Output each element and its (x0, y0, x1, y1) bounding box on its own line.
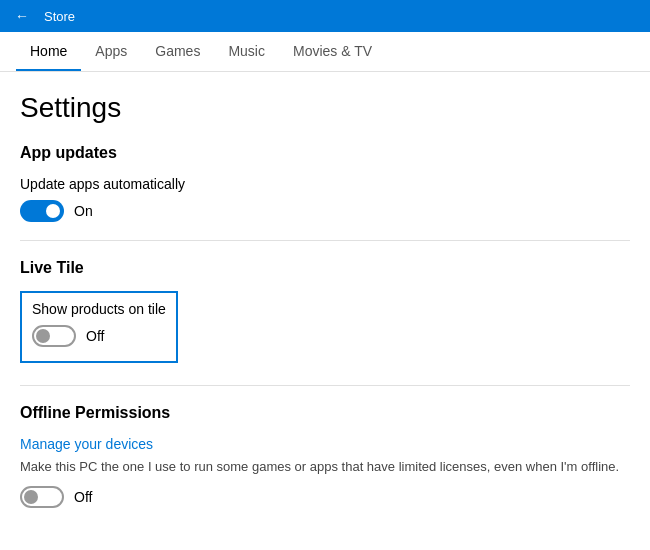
show-products-label: Show products on tile (32, 301, 166, 317)
content-area: Settings App updates Update apps automat… (0, 72, 650, 532)
tab-apps[interactable]: Apps (81, 33, 141, 71)
app-updates-section: App updates Update apps automatically On (20, 144, 630, 222)
update-auto-toggle-row: On (20, 200, 630, 222)
page-title: Settings (20, 92, 630, 124)
nav-tabs: Home Apps Games Music Movies & TV (0, 32, 650, 72)
offline-toggle-thumb (24, 490, 38, 504)
live-tile-section: Live Tile Show products on tile Off (20, 259, 630, 367)
tab-movies-tv[interactable]: Movies & TV (279, 33, 386, 71)
tab-music[interactable]: Music (214, 33, 279, 71)
tab-games[interactable]: Games (141, 33, 214, 71)
toggle-thumb (46, 204, 60, 218)
manage-devices-link[interactable]: Manage your devices (20, 436, 630, 452)
titlebar: ← Store (0, 0, 650, 32)
divider-1 (20, 240, 630, 241)
update-auto-toggle[interactable] (20, 200, 64, 222)
live-tile-heading: Live Tile (20, 259, 630, 277)
offline-toggle[interactable] (20, 486, 64, 508)
app-updates-heading: App updates (20, 144, 630, 162)
offline-description: Make this PC the one I use to run some g… (20, 458, 620, 476)
show-products-toggle-label: Off (86, 328, 104, 344)
update-auto-label: Update apps automatically (20, 176, 630, 192)
update-auto-toggle-label: On (74, 203, 93, 219)
divider-2 (20, 385, 630, 386)
titlebar-title: Store (44, 9, 75, 24)
show-products-toggle-row: Off (32, 325, 166, 347)
tab-home[interactable]: Home (16, 33, 81, 71)
offline-toggle-label: Off (74, 489, 92, 505)
show-products-toggle[interactable] (32, 325, 76, 347)
offline-permissions-heading: Offline Permissions (20, 404, 630, 422)
show-products-box: Show products on tile Off (20, 291, 178, 363)
offline-permissions-section: Offline Permissions Manage your devices … (20, 404, 630, 508)
offline-toggle-row: Off (20, 486, 630, 508)
toggle-thumb-off (36, 329, 50, 343)
back-button[interactable]: ← (10, 4, 34, 28)
